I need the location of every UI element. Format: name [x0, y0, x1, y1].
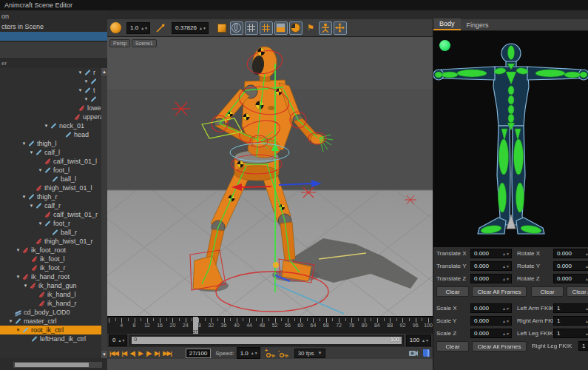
- expand-arrow-icon[interactable]: ▼: [15, 326, 21, 334]
- viewport-3d[interactable]: Persp Scene1: [107, 37, 433, 316]
- tree-item-thigh_l[interactable]: ▼thigh_l: [0, 139, 101, 148]
- value-spinner[interactable]: 0.37826▲▼: [172, 22, 209, 34]
- pie-chart-icon[interactable]: [289, 21, 303, 35]
- tree-item-thigh_twist_01_r[interactable]: thigh_twist_01_r: [0, 237, 101, 246]
- spinner-arrows-icon[interactable]: ▲▼: [422, 339, 429, 342]
- tree-item-r[interactable]: ▼r: [0, 68, 101, 77]
- tab-body[interactable]: Body: [433, 18, 461, 30]
- go-to-end-button[interactable]: ▶▶|: [163, 350, 172, 357]
- translate-z-input[interactable]: 0.000▲▼: [470, 274, 512, 283]
- expand-arrow-icon[interactable]: ▼: [15, 246, 21, 255]
- body-silhouette[interactable]: [433, 31, 588, 247]
- tree-item-ik_foot_r[interactable]: ik_foot_r: [0, 263, 101, 272]
- tree-item-ik_foot_l[interactable]: ik_foot_l: [0, 255, 101, 263]
- expand-arrow-icon[interactable]: ▼: [7, 317, 14, 326]
- go-to-start-button[interactable]: |◀◀: [109, 350, 118, 357]
- spinner-arrows-icon[interactable]: ▲▼: [585, 252, 588, 255]
- expand-arrow-icon[interactable]: ▼: [15, 272, 21, 281]
- spinner-arrows-icon[interactable]: ▲▼: [502, 332, 511, 335]
- tree-item-ik_hand_root[interactable]: ▼ik_hand_root: [0, 272, 101, 281]
- add-key-icon[interactable]: +: [265, 349, 275, 358]
- tree-horizontal-scrollbar[interactable]: [13, 362, 102, 368]
- tree-item-ik_hand_r[interactable]: ik_hand_r: [0, 299, 101, 308]
- shaded-sphere-icon[interactable]: [110, 22, 121, 33]
- fkik-1-input[interactable]: 1▲▼: [553, 316, 588, 326]
- grid-orange-icon[interactable]: [260, 21, 273, 35]
- play-button[interactable]: ▶: [138, 350, 142, 357]
- clear-translate-button[interactable]: Clear: [436, 286, 469, 297]
- tree-vertical-scrollbar[interactable]: ▲ ▼: [101, 68, 107, 358]
- scroll-down-icon[interactable]: ▼: [101, 351, 107, 358]
- scale-x-input[interactable]: 0.000▲▼: [470, 303, 512, 313]
- spinner-arrows-icon[interactable]: ▲▼: [502, 278, 511, 280]
- spinner-arrows-icon[interactable]: ▲▼: [502, 265, 511, 268]
- tree-item-calf_twist_01_r[interactable]: calf_twist_01_r: [0, 210, 101, 219]
- expand-arrow-icon[interactable]: ▼: [77, 68, 84, 77]
- tree-item-leftHand_ik_ctrl[interactable]: leftHand_ik_ctrl: [0, 334, 101, 343]
- expand-arrow-icon[interactable]: ▼: [28, 148, 35, 157]
- character-icon[interactable]: [319, 21, 332, 35]
- tree-item-foot_l[interactable]: ▼foot_l: [0, 166, 101, 175]
- speed-spinner[interactable]: 1.0▲▼: [237, 347, 260, 359]
- spinner-arrows-icon[interactable]: ▲▼: [199, 27, 206, 30]
- tree-item-calf_twist_01_l[interactable]: calf_twist_01_l: [0, 157, 101, 166]
- tree-item-bone[interactable]: ▼: [0, 95, 101, 104]
- scale-y-input[interactable]: 0.000▲▼: [470, 316, 512, 326]
- tree-item-calf_r[interactable]: ▼calf_r: [0, 201, 101, 210]
- tree-item-root_ik_ctrl[interactable]: ▼root_ik_ctrl: [0, 326, 101, 334]
- range-end-spinner[interactable]: 100▲▼: [406, 334, 431, 346]
- expand-arrow-icon[interactable]: ▼: [37, 166, 44, 175]
- translate-x-input[interactable]: 0.000▲▼: [470, 249, 512, 258]
- spinner-arrows-icon[interactable]: ▲▼: [502, 307, 511, 310]
- clear-all-frames-rotate-button[interactable]: Clear All Frames: [567, 286, 588, 297]
- fps-dropdown[interactable]: 30 fps▼: [294, 349, 326, 358]
- next-frame-button[interactable]: |▶: [146, 350, 150, 357]
- body-part-picker[interactable]: [433, 31, 588, 247]
- frame-ruler[interactable]: 4812162024283236404448525660646872768084…: [107, 316, 433, 335]
- expand-arrow-icon[interactable]: ▼: [77, 86, 84, 95]
- display-scale-spinner[interactable]: 1.0▲▼: [126, 22, 150, 34]
- camera-icon[interactable]: [408, 349, 419, 357]
- tree-item-ik_foot_root[interactable]: ▼ik_foot_root: [0, 246, 101, 255]
- clear-all-frames-scale-button[interactable]: Clear All Frames: [472, 341, 527, 352]
- spinner-arrows-icon[interactable]: ▲▼: [585, 265, 588, 268]
- expand-arrow-icon[interactable]: ▼: [21, 139, 27, 148]
- book-icon[interactable]: [422, 349, 430, 357]
- spinner-arrows-icon[interactable]: ▲▼: [585, 320, 588, 323]
- clear-scale-button[interactable]: Clear: [436, 341, 469, 352]
- prev-key-button[interactable]: |◀: [122, 350, 126, 357]
- tree-item-lowe[interactable]: lowe: [0, 104, 101, 112]
- tree-item-ball_l[interactable]: ball_l: [0, 175, 101, 184]
- expand-arrow-icon[interactable]: ▼: [37, 219, 44, 228]
- clear-rotate-button[interactable]: Clear: [531, 286, 564, 297]
- scroll-up-icon[interactable]: ▲: [101, 68, 107, 75]
- tree-item-ball_r[interactable]: ball_r: [0, 228, 101, 237]
- playhead[interactable]: 27: [193, 317, 198, 334]
- tab-fingers[interactable]: Fingers: [461, 20, 495, 30]
- tree-item-thigh_r[interactable]: ▼thigh_r: [0, 192, 101, 201]
- tree-item-t[interactable]: ▼t: [0, 86, 101, 95]
- range-slider-thumb[interactable]: [132, 337, 401, 344]
- camera-persp-button[interactable]: Persp: [109, 39, 130, 47]
- next-key-button[interactable]: ▶|: [155, 350, 159, 357]
- rotate-x-input[interactable]: 0.000▲▼: [553, 249, 588, 258]
- wireframe-globe-icon[interactable]: [230, 21, 243, 35]
- tree-item-upperar[interactable]: upperar: [0, 112, 101, 121]
- tree-item-calf_l[interactable]: ▼calf_l: [0, 148, 101, 157]
- expand-arrow-icon[interactable]: ▼: [22, 281, 29, 290]
- grid-image-icon[interactable]: [274, 21, 288, 35]
- tree-item-master_ctrl[interactable]: ▼master_ctrl: [0, 317, 101, 326]
- rotate-y-input[interactable]: 0.000▲▼: [553, 261, 588, 271]
- spinner-arrows-icon[interactable]: ▲▼: [585, 278, 588, 280]
- menu-item[interactable]: on: [1, 13, 9, 20]
- spinner-arrows-icon[interactable]: ▲▼: [251, 352, 258, 354]
- tree-item-bone[interactable]: ▼: [0, 77, 101, 86]
- tree-item-head[interactable]: head: [0, 130, 101, 139]
- expand-arrow-icon[interactable]: ▼: [21, 192, 27, 201]
- fkik-3-input[interactable]: 1: [578, 341, 588, 351]
- slope-pen-icon[interactable]: [155, 22, 166, 33]
- tree-item-foot_r[interactable]: ▼foot_r: [0, 219, 101, 228]
- status-green-dot[interactable]: [439, 40, 450, 51]
- expand-arrow-icon[interactable]: ▼: [83, 77, 89, 86]
- tree-item-ik_hand_l[interactable]: ik_hand_l: [0, 290, 101, 299]
